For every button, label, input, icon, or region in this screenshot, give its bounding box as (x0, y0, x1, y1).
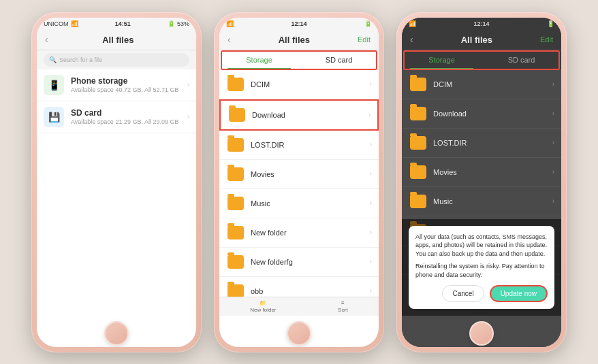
list-item[interactable]: obb › (219, 277, 379, 297)
content-area-2: DCIM › Download › LOST.DIR › (219, 70, 379, 297)
folder-icon (226, 165, 245, 184)
new-folder-label: New folder (250, 307, 276, 313)
list-item[interactable]: New folder › (219, 218, 379, 248)
sort-button[interactable]: ≡ Sort (338, 300, 348, 313)
list-item[interactable]: Download › (402, 99, 561, 129)
time-label-2: 12:14 (291, 20, 306, 27)
back-button-1[interactable]: ‹ (45, 34, 48, 45)
nav-bar-1: ‹ All files (37, 30, 196, 50)
chevron-right-icon: › (370, 80, 372, 88)
list-item[interactable]: LOST.DIR › (402, 129, 561, 158)
chevron-right-icon: › (552, 139, 554, 146)
list-item[interactable]: Download › (219, 99, 379, 131)
folder-icon (409, 163, 428, 182)
chevron-right-icon: › (370, 141, 372, 148)
update-now-button[interactable]: Update now (490, 285, 548, 302)
list-item[interactable]: DCIM › (402, 70, 561, 99)
new-folder-button[interactable]: 📁 New folder (250, 300, 276, 313)
list-item[interactable]: New folderfg › (219, 248, 379, 277)
list-item[interactable]: Movies › (219, 160, 379, 189)
folder-icon (226, 252, 245, 271)
folder-icon (409, 104, 428, 123)
back-button-2[interactable]: ‹ (227, 34, 231, 45)
phone-storage-name: Phone storage (71, 76, 187, 86)
sort-icon: ≡ (341, 300, 345, 306)
carrier-label: UNICOM (44, 20, 69, 27)
dialog-text-1: All your data (such as contacts, SMS mes… (415, 233, 548, 259)
edit-button-3[interactable]: Edit (540, 35, 553, 44)
file-name: Movies (251, 170, 370, 178)
tab-sdcard-label-2: SD card (326, 56, 353, 64)
sd-card-icon: 💾 (44, 107, 64, 127)
dialog-overlay: All your data (such as contacts, SMS mes… (402, 219, 561, 316)
list-item[interactable]: DCIM › (219, 70, 379, 99)
battery-icon-2: 🔋 (364, 20, 372, 27)
file-name: LOST.DIR (433, 139, 552, 147)
status-bar-2: 📶 12:14 🔋 (219, 18, 379, 30)
tab-storage-2[interactable]: Storage (219, 50, 299, 69)
tab-storage-label-3: Storage (428, 56, 455, 64)
phone-storage-item[interactable]: 📱 Phone storage Available space 40.72 GB… (37, 69, 196, 101)
search-bar-1: 🔍 Search for a file (37, 50, 196, 69)
battery-icon-3: 🔋 (547, 20, 554, 27)
chevron-right-icon: › (370, 258, 372, 265)
file-name: Download (252, 111, 368, 119)
dialog-buttons: Cancel Update now (415, 285, 548, 302)
sort-label: Sort (338, 307, 348, 313)
folder-icon (409, 75, 428, 94)
home-area-1 (37, 316, 196, 347)
file-name: New folderfg (251, 258, 370, 266)
chevron-right-icon: › (370, 170, 372, 178)
phone-1: UNICOM 📶 14:51 🔋 53% ‹ All files 🔍 Searc… (31, 12, 202, 352)
content-area-3: DCIM › Download › LOST.DIR › Movies › (402, 70, 561, 316)
list-item[interactable]: Movies › (402, 158, 561, 187)
tab-bar-3: Storage SD card (402, 50, 561, 70)
signal-icon-2: 📶 (226, 20, 234, 27)
home-area-3 (402, 316, 561, 347)
tab-storage-3[interactable]: Storage (402, 50, 482, 69)
home-button-3[interactable] (469, 321, 494, 346)
folder-icon (227, 105, 247, 125)
folder-icon (226, 282, 245, 297)
back-button-3[interactable]: ‹ (410, 34, 413, 45)
chevron-right-icon: › (370, 229, 372, 236)
folder-icon (226, 75, 245, 94)
tab-bar-2: Storage SD card (219, 50, 379, 70)
search-input-1[interactable]: 🔍 Search for a file (44, 53, 189, 67)
file-name: LOST.DIR (251, 141, 370, 149)
page-title-1: All files (102, 35, 133, 45)
chevron-right-icon: › (552, 80, 554, 88)
phone-storage-chevron: › (187, 81, 189, 88)
file-name: Movies (433, 168, 552, 176)
chevron-right-icon: › (368, 111, 371, 118)
edit-button-2[interactable]: Edit (358, 35, 371, 44)
home-button-2[interactable] (287, 321, 311, 346)
storage-list: 📱 Phone storage Available space 40.72 GB… (37, 69, 196, 133)
cancel-button[interactable]: Cancel (442, 285, 484, 302)
tab-sdcard-3[interactable]: SD card (482, 50, 561, 69)
new-folder-icon: 📁 (259, 300, 266, 306)
chevron-right-icon: › (552, 110, 554, 117)
search-placeholder-1: Search for a file (59, 56, 102, 63)
chevron-right-icon: › (370, 287, 372, 295)
file-name: DCIM (433, 80, 552, 88)
tab-container-3: Storage SD card (402, 50, 561, 70)
folder-icon (226, 223, 245, 242)
page-title-2: All files (279, 35, 310, 45)
file-list-2: DCIM › Download › LOST.DIR › (219, 70, 379, 297)
phone-3: 📶 12:14 🔋 ‹ All files Edit Storage SD ca… (396, 12, 567, 352)
home-button-1[interactable] (104, 321, 129, 346)
list-item[interactable]: Music › (219, 189, 379, 218)
file-name: Music (251, 199, 370, 208)
list-item[interactable]: LOST.DIR › (219, 131, 379, 160)
tab-sdcard-label-3: SD card (508, 56, 535, 64)
sd-card-info: SD card Available space 21.29 GB, All 29… (71, 108, 187, 125)
folder-icon (226, 194, 245, 213)
battery-icon: 🔋 (168, 20, 175, 27)
signal-icon: 📶 (71, 20, 78, 27)
sd-card-item[interactable]: 💾 SD card Available space 21.29 GB, All … (37, 101, 196, 133)
tab-sdcard-2[interactable]: SD card (299, 50, 379, 69)
nav-bar-3: ‹ All files Edit (402, 30, 561, 50)
chevron-right-icon: › (552, 168, 554, 176)
list-item[interactable]: Music › (402, 187, 561, 216)
